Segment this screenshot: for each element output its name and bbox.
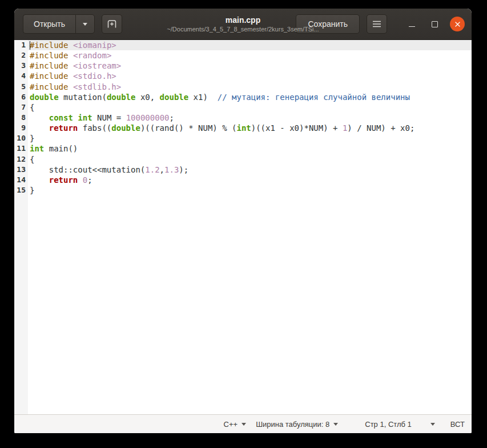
line-number: 4 bbox=[14, 71, 28, 81]
headerbar-right: Сохранить bbox=[296, 14, 465, 34]
code-line[interactable]: 12{ bbox=[14, 154, 472, 165]
code-line-text[interactable]: } bbox=[28, 133, 472, 143]
line-number: 6 bbox=[14, 92, 28, 102]
chevron-down-icon bbox=[430, 423, 435, 426]
code-line-text[interactable]: return fabs((double)((rand() * NUM) % (i… bbox=[28, 123, 472, 133]
new-document-button[interactable] bbox=[102, 14, 122, 34]
language-selector[interactable]: C++ bbox=[224, 420, 247, 429]
tab-width-selector[interactable]: Ширина табуляции: 8 bbox=[256, 420, 338, 429]
tab-width-label: Ширина табуляции: 8 bbox=[256, 420, 329, 429]
text-editor-window: Открыть main.cpp ~/Documents/3_4_5_7_8_s… bbox=[14, 9, 472, 433]
code-line-text[interactable]: { bbox=[28, 102, 472, 113]
open-dropdown-button[interactable] bbox=[75, 14, 95, 34]
code-line[interactable]: 1#include <iomanip> bbox=[14, 40, 472, 50]
code-line[interactable]: 11int main() bbox=[14, 143, 472, 154]
maximize-icon bbox=[432, 21, 438, 27]
headerbar[interactable]: Открыть main.cpp ~/Documents/3_4_5_7_8_s… bbox=[14, 9, 472, 40]
editor-text-area[interactable]: 1#include <iomanip>2#include <random>3#i… bbox=[14, 40, 472, 414]
line-number: 9 bbox=[14, 123, 28, 133]
maximize-button[interactable] bbox=[427, 17, 442, 31]
code-line-text[interactable]: #include <iostream> bbox=[28, 61, 472, 71]
code-area: 1#include <iomanip>2#include <random>3#i… bbox=[14, 40, 472, 195]
code-line[interactable]: 2#include <random> bbox=[14, 50, 472, 61]
menu-button[interactable] bbox=[367, 14, 387, 34]
code-line[interactable]: 10} bbox=[14, 133, 472, 143]
tab-new-icon bbox=[107, 19, 117, 29]
close-button[interactable] bbox=[450, 17, 465, 31]
line-number: 14 bbox=[14, 175, 28, 185]
code-line-text[interactable]: #include <iomanip> bbox=[28, 40, 472, 50]
code-line-text[interactable]: #include <random> bbox=[28, 50, 472, 61]
line-number: 8 bbox=[14, 113, 28, 123]
code-line[interactable]: 15} bbox=[14, 185, 472, 195]
chevron-down-icon bbox=[242, 423, 246, 426]
code-line[interactable]: 8 const int NUM = 100000000; bbox=[14, 113, 472, 123]
line-number: 1 bbox=[14, 40, 28, 50]
statusbar: C++ Ширина табуляции: 8 Стр 1, Стлб 1 ВС… bbox=[14, 414, 472, 433]
hamburger-icon bbox=[372, 21, 381, 27]
code-line[interactable]: 5#include <stdlib.h> bbox=[14, 82, 472, 92]
close-icon bbox=[454, 21, 461, 27]
goto-line-dropdown[interactable] bbox=[430, 423, 435, 426]
code-line-text[interactable]: int main() bbox=[28, 143, 472, 154]
code-line[interactable]: 14 return 0; bbox=[14, 175, 472, 185]
line-number: 10 bbox=[14, 133, 28, 143]
minimize-button[interactable] bbox=[404, 17, 419, 31]
code-line[interactable]: 13 std::cout<<mutation(1.2,1.3); bbox=[14, 165, 472, 175]
line-number: 15 bbox=[14, 185, 28, 195]
line-number: 5 bbox=[14, 82, 28, 92]
save-button[interactable]: Сохранить bbox=[296, 14, 360, 34]
window-controls bbox=[396, 17, 465, 31]
code-line-text[interactable]: #include <stdio.h> bbox=[28, 71, 472, 81]
code-line-text[interactable]: double mutation(double x0, double x1) //… bbox=[28, 92, 472, 102]
code-line[interactable]: 3#include <iostream> bbox=[14, 61, 472, 71]
code-line-text[interactable]: const int NUM = 100000000; bbox=[28, 113, 472, 123]
chevron-down-icon bbox=[333, 423, 338, 426]
insert-mode-indicator: ВСТ bbox=[450, 420, 465, 429]
line-number: 3 bbox=[14, 61, 28, 71]
line-number: 2 bbox=[14, 50, 28, 61]
line-number: 11 bbox=[14, 143, 28, 154]
line-number: 13 bbox=[14, 165, 28, 175]
open-button[interactable]: Открыть bbox=[23, 14, 75, 34]
code-line-text[interactable]: { bbox=[28, 154, 472, 165]
line-number: 7 bbox=[14, 102, 28, 113]
code-line-text[interactable]: return 0; bbox=[28, 175, 472, 185]
cursor-position-indicator[interactable]: Стр 1, Стлб 1 bbox=[365, 420, 412, 429]
code-line-text[interactable]: #include <stdlib.h> bbox=[28, 82, 472, 92]
chevron-down-icon bbox=[83, 23, 87, 26]
line-number: 12 bbox=[14, 154, 28, 165]
code-line[interactable]: 9 return fabs((double)((rand() * NUM) % … bbox=[14, 123, 472, 133]
language-label: C++ bbox=[224, 420, 238, 429]
code-line[interactable]: 6double mutation(double x0, double x1) /… bbox=[14, 92, 472, 102]
code-line-text[interactable]: std::cout<<mutation(1.2,1.3); bbox=[28, 165, 472, 175]
code-line-text[interactable]: } bbox=[28, 185, 472, 195]
text-caret bbox=[30, 41, 30, 50]
code-line[interactable]: 7{ bbox=[14, 102, 472, 113]
open-button-group: Открыть bbox=[23, 14, 95, 34]
minimize-icon bbox=[409, 26, 415, 27]
code-line[interactable]: 4#include <stdio.h> bbox=[14, 71, 472, 81]
